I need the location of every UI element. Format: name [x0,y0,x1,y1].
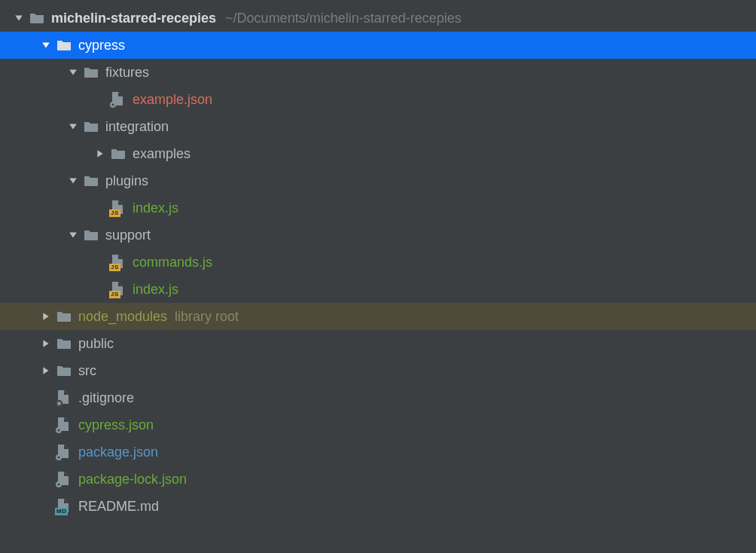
folder-icon [56,336,72,351]
file-label: index.js [133,200,178,216]
js-file-icon: JS [110,255,127,270]
folder-label: fixtures [105,65,149,81]
folder-icon [56,38,72,53]
tree-row-readme[interactable]: MD README.md [0,493,756,520]
svg-point-7 [58,484,60,486]
svg-point-3 [58,429,60,432]
path-hint: ~/Documents/michelin-starred-recepies [225,11,462,26]
js-file-icon: JS [110,282,127,297]
json-file-icon [56,472,72,487]
tree-row-plugins[interactable]: plugins [0,167,756,194]
file-label: .gitignore [78,390,134,406]
tree-row-node-modules[interactable]: node_modules library root [0,303,756,330]
file-label: commands.js [133,255,212,270]
chevron-down-icon[interactable] [41,40,51,50]
tree-row-src[interactable]: src [0,357,756,384]
tree-row-support-index[interactable]: JS index.js [0,276,756,303]
json-file-icon [110,92,127,107]
file-label: package.json [78,445,158,460]
gitignore-file-icon [56,390,72,405]
tree-row-fixtures[interactable]: fixtures [0,59,756,86]
svg-point-5 [58,457,60,459]
tree-row-commands-js[interactable]: JS commands.js [0,249,756,276]
tree-row-package-json[interactable]: package.json [0,438,756,466]
tree-row-examples[interactable]: examples [0,140,756,167]
chevron-down-icon[interactable] [14,13,24,23]
folder-label: src [78,363,96,379]
folder-label: michelin-starred-recepies [51,11,216,26]
tree-row-cypress-json[interactable]: cypress.json [0,411,756,438]
tree-row-public[interactable]: public [0,330,756,357]
folder-label: integration [105,119,169,135]
tree-row-example-json[interactable]: example.json [0,86,756,113]
tree-row-support[interactable]: support [0,222,756,249]
chevron-down-icon[interactable] [68,121,78,132]
file-label: package-lock.json [78,472,187,487]
tree-row-integration[interactable]: integration [0,113,756,140]
chevron-right-icon[interactable] [95,148,105,159]
chevron-down-icon[interactable] [68,67,78,78]
folder-label: support [105,228,151,243]
folder-label: cypress [78,38,125,53]
folder-hint: library root [175,309,239,325]
project-tree[interactable]: michelin-starred-recepies ~/Documents/mi… [0,0,756,520]
file-label: README.md [78,499,159,515]
folder-icon [83,65,99,80]
tree-row-package-lock[interactable]: package-lock.json [0,466,756,493]
svg-point-1 [112,104,114,106]
chevron-right-icon[interactable] [41,365,51,376]
folder-icon [56,309,72,324]
folder-label: plugins [105,173,148,189]
folder-icon [56,363,72,378]
json-file-icon [56,445,72,460]
chevron-right-icon[interactable] [41,338,51,349]
folder-icon [110,146,127,161]
chevron-right-icon[interactable] [41,311,51,322]
tree-row-cypress[interactable]: cypress [0,32,756,59]
file-label: cypress.json [78,417,154,433]
folder-label: node_modules [78,309,167,325]
folder-icon [29,11,45,26]
file-label: example.json [133,92,212,108]
markdown-file-icon: MD [56,499,72,514]
chevron-down-icon[interactable] [68,230,78,240]
chevron-down-icon[interactable] [68,176,78,186]
folder-label: examples [133,146,191,162]
folder-icon [83,119,99,134]
folder-label: public [78,336,114,352]
json-file-icon [56,417,72,432]
file-label: index.js [133,282,178,298]
tree-row-gitignore[interactable]: .gitignore [0,384,756,411]
js-file-icon: JS [110,200,127,215]
folder-icon [83,228,99,243]
tree-row-root[interactable]: michelin-starred-recepies ~/Documents/mi… [0,5,756,32]
tree-row-plugins-index[interactable]: JS index.js [0,194,756,222]
folder-icon [83,173,99,188]
